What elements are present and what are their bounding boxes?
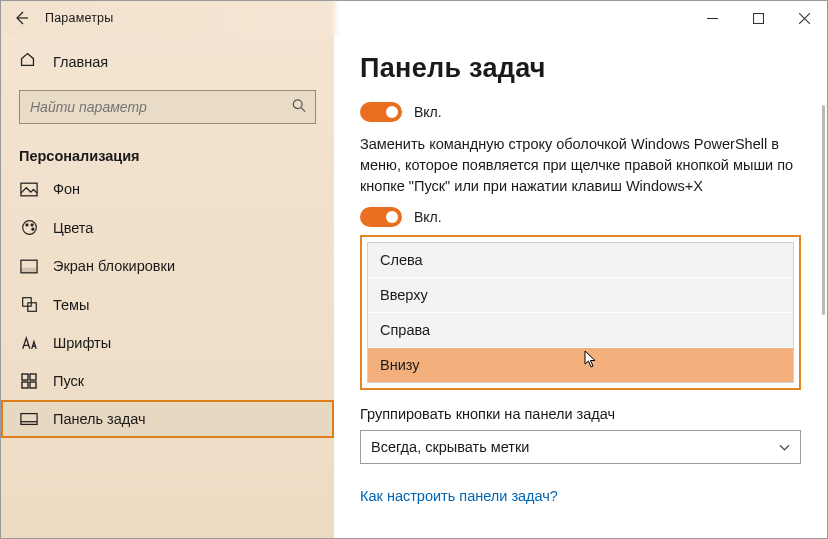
cursor-icon	[584, 350, 598, 373]
fonts-icon	[19, 336, 39, 351]
svg-rect-14	[27, 303, 36, 312]
nav-label: Темы	[53, 297, 90, 313]
svg-point-7	[22, 221, 36, 235]
svg-rect-6	[21, 183, 37, 196]
dropdown-option-bottom[interactable]: Внизу	[368, 348, 793, 382]
sidebar-item-colors[interactable]: Цвета	[1, 208, 334, 247]
minimize-button[interactable]	[689, 1, 735, 35]
page-title: Панель задач	[360, 53, 801, 84]
home-icon	[19, 51, 39, 72]
svg-line-5	[301, 108, 305, 112]
maximize-button[interactable]	[735, 1, 781, 35]
taskbar-icon	[19, 412, 39, 426]
nav-label: Экран блокировки	[53, 258, 175, 274]
chevron-down-icon	[779, 441, 790, 453]
content: Панель задач Вкл. Заменить командную стр…	[334, 35, 827, 538]
section-title: Персонализация	[19, 148, 316, 164]
sidebar: Главная Персонализация Фон	[1, 35, 334, 538]
sidebar-item-lockscreen[interactable]: Экран блокировки	[1, 247, 334, 285]
nav-label: Цвета	[53, 220, 93, 236]
nav-label: Шрифты	[53, 335, 111, 351]
svg-point-10	[31, 228, 33, 230]
nav-label: Панель задач	[53, 411, 146, 427]
palette-icon	[19, 219, 39, 236]
dropdown-highlight: Слева Вверху Справа Внизу	[360, 235, 801, 390]
close-button[interactable]	[781, 1, 827, 35]
window-title: Параметры	[45, 11, 113, 25]
combo-value: Всегда, скрывать метки	[371, 439, 529, 455]
svg-rect-1	[753, 13, 763, 23]
scrollbar[interactable]	[822, 105, 825, 315]
svg-rect-16	[30, 374, 36, 380]
svg-point-8	[25, 224, 27, 226]
start-icon	[19, 373, 39, 389]
nav-label: Пуск	[53, 373, 84, 389]
search-icon	[292, 99, 306, 116]
svg-rect-15	[22, 374, 28, 380]
svg-rect-13	[22, 298, 31, 307]
sidebar-item-start[interactable]: Пуск	[1, 362, 334, 400]
toggle-2[interactable]	[360, 207, 402, 227]
sidebar-item-home[interactable]: Главная	[1, 43, 334, 80]
taskbar-position-dropdown[interactable]: Слева Вверху Справа Внизу	[367, 242, 794, 383]
svg-rect-12	[22, 268, 36, 272]
dropdown-option-right[interactable]: Справа	[368, 313, 793, 348]
svg-point-4	[293, 100, 302, 109]
toggle-1-label: Вкл.	[414, 104, 442, 120]
lock-screen-icon	[19, 259, 39, 274]
search-input[interactable]	[19, 90, 316, 124]
svg-rect-18	[30, 382, 36, 388]
toggle-2-label: Вкл.	[414, 209, 442, 225]
setting-description: Заменить командную строку оболочкой Wind…	[360, 134, 800, 197]
svg-point-9	[31, 224, 33, 226]
back-button[interactable]	[1, 1, 41, 35]
picture-icon	[19, 182, 39, 197]
sidebar-item-background[interactable]: Фон	[1, 170, 334, 208]
group-buttons-combo[interactable]: Всегда, скрывать метки	[360, 430, 801, 464]
svg-rect-19	[21, 414, 37, 425]
sidebar-item-taskbar[interactable]: Панель задач	[1, 400, 334, 438]
group-buttons-label: Группировать кнопки на панели задач	[360, 406, 801, 422]
dropdown-option-left[interactable]: Слева	[368, 243, 793, 278]
help-link[interactable]: Как настроить панели задач?	[360, 488, 801, 504]
nav-label: Фон	[53, 181, 80, 197]
toggle-1[interactable]	[360, 102, 402, 122]
sidebar-item-themes[interactable]: Темы	[1, 285, 334, 324]
themes-icon	[19, 296, 39, 313]
home-label: Главная	[53, 54, 108, 70]
svg-rect-17	[22, 382, 28, 388]
sidebar-item-fonts[interactable]: Шрифты	[1, 324, 334, 362]
dropdown-option-top[interactable]: Вверху	[368, 278, 793, 313]
